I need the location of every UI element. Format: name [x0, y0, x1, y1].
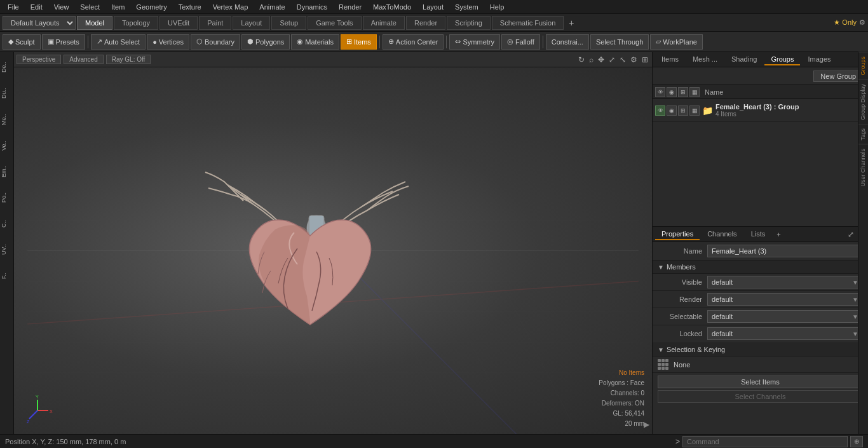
layout-tab-game-tools[interactable]: Game Tools [308, 16, 362, 30]
selectable-dropdown[interactable]: default ▼ [707, 310, 863, 323]
layout-add-tab[interactable]: + [565, 17, 578, 29]
layout-gear[interactable]: ⚙ [859, 18, 865, 27]
layout-tab-schematic[interactable]: Schematic Fusion [492, 16, 564, 30]
groups-lock-btn[interactable]: ⊞ [678, 87, 688, 97]
layout-dropdown[interactable]: Default Layouts [3, 16, 76, 30]
menu-file[interactable]: File [3, 2, 24, 12]
boundary-btn[interactable]: ⬡ Boundary [191, 34, 240, 50]
group-sel-icon[interactable]: ⊞ [678, 105, 688, 116]
group-row[interactable]: 👁 ◉ ⊞ ▦ 📁 Female_Heart (3) : Group 4 Ite… [653, 99, 868, 122]
prop-tab-add[interactable]: + [773, 229, 784, 240]
prop-tab-properties[interactable]: Properties [655, 229, 700, 240]
layout-tab-topology[interactable]: Topology [114, 16, 158, 30]
menu-maxtomodo[interactable]: MaxToModo [368, 2, 416, 12]
layout-tab-uvedit[interactable]: UVEdit [159, 16, 198, 30]
groups-eye-btn[interactable]: 👁 [655, 87, 665, 97]
groups-extra-btn[interactable]: ▦ [689, 87, 700, 97]
menu-geometry[interactable]: Geometry [131, 2, 172, 12]
select-through-btn[interactable]: Select Through [590, 34, 649, 50]
vertices-btn[interactable]: ● Vertices [147, 34, 189, 50]
layout-tab-layout[interactable]: Layout [233, 16, 270, 30]
layout-tab-animate[interactable]: Animate [363, 16, 405, 30]
menu-layout[interactable]: Layout [417, 2, 449, 12]
viewport-fit-icon[interactable]: ⤢ [607, 55, 616, 64]
sidebar-btn-du[interactable]: Du.. [1, 81, 13, 106]
sidebar-btn-f[interactable]: F.. [1, 263, 13, 288]
command-search-button[interactable]: ⊕ [850, 436, 863, 447]
select-channels-button[interactable]: Select Channels [658, 390, 863, 403]
layout-tab-render[interactable]: Render [406, 16, 445, 30]
layout-tab-setup[interactable]: Setup [271, 16, 306, 30]
sidebar-btn-me[interactable]: Me.. [1, 107, 13, 132]
symmetry-btn[interactable]: ⇔ Symmetry [449, 34, 500, 50]
panel-tab-groups[interactable]: Groups [764, 54, 800, 65]
viewport-pan-icon[interactable]: ✥ [597, 55, 606, 64]
edge-tab-user-channels[interactable]: User Channels [858, 144, 868, 191]
auto-select-btn[interactable]: ↗ Auto Select [91, 34, 146, 50]
sidebar-btn-uv[interactable]: UV.. [1, 237, 13, 262]
workplane-btn[interactable]: ▱ WorkPlane [650, 34, 703, 50]
viewport-maximize-icon[interactable]: ⊞ [641, 55, 649, 64]
menu-help[interactable]: Help [485, 2, 510, 12]
prop-tab-lists[interactable]: Lists [745, 229, 772, 240]
groups-render-btn[interactable]: ◉ [667, 87, 677, 97]
sidebar-btn-de[interactable]: De.. [1, 55, 13, 80]
viewport-settings-icon[interactable]: ⚙ [629, 55, 639, 64]
menu-dynamics[interactable]: Dynamics [292, 2, 332, 12]
viewport-perspective-btn[interactable]: Perspective [17, 55, 61, 64]
locked-dropdown[interactable]: default ▼ [707, 327, 863, 340]
menu-render[interactable]: Render [334, 2, 367, 12]
command-input[interactable] [682, 436, 848, 447]
sidebar-btn-c[interactable]: C.. [1, 211, 13, 236]
items-btn[interactable]: ⊞ Items [341, 34, 377, 50]
materials-btn[interactable]: ◉ Materials [291, 34, 339, 50]
menu-vertex-map[interactable]: Vertex Map [208, 2, 254, 12]
panel-tab-shading[interactable]: Shading [725, 54, 763, 65]
sidebar-btn-po[interactable]: Po.. [1, 185, 13, 210]
menu-select[interactable]: Select [75, 2, 105, 12]
viewport-3d[interactable]: No Items Polygons : Face Channels: 0 Def… [14, 67, 652, 434]
sidebar-btn-ve[interactable]: Ve.. [1, 133, 13, 158]
viewport-raygl-btn[interactable]: Ray GL: Off [106, 55, 151, 64]
sidebar-btn-em[interactable]: Em.. [1, 159, 13, 184]
render-label: Render [658, 295, 702, 303]
viewport-rotate-icon[interactable]: ↻ [577, 55, 586, 64]
layout-tab-scripting[interactable]: Scripting [447, 16, 491, 30]
panel-tab-mesh[interactable]: Mesh ... [686, 54, 724, 65]
layout-tab-paint[interactable]: Paint [199, 16, 231, 30]
prop-expand-icon[interactable]: ⤢ [846, 230, 855, 239]
prop-name-input[interactable] [707, 245, 863, 257]
constraints-btn[interactable]: Constrai... [546, 34, 589, 50]
edge-tab-group-display[interactable]: Group Display [858, 79, 868, 124]
falloff-btn[interactable]: ◎ Falloff [501, 34, 540, 50]
prop-tab-channels[interactable]: Channels [701, 229, 743, 240]
new-group-button[interactable]: New Group [813, 71, 863, 82]
viewport-expand-icon[interactable]: ⤡ [618, 55, 627, 64]
select-items-button[interactable]: Select Items [658, 376, 863, 388]
members-section-header[interactable]: ▼ Members [653, 261, 868, 274]
viewport-zoom-icon[interactable]: ⌕ [588, 55, 595, 64]
group-lock-icon[interactable]: ▦ [689, 105, 700, 116]
group-eye-icon[interactable]: 👁 [655, 105, 665, 116]
panel-tab-images[interactable]: Images [801, 54, 837, 65]
group-render-icon[interactable]: ◉ [667, 105, 677, 116]
render-dropdown[interactable]: default ▼ [707, 293, 863, 306]
viewport-shading-btn[interactable]: Advanced [64, 55, 103, 64]
visible-dropdown[interactable]: default ▼ [707, 276, 863, 288]
polygons-btn[interactable]: ⬢ Polygons [241, 34, 290, 50]
panel-tab-items[interactable]: Items [655, 54, 685, 65]
menu-animate[interactable]: Animate [254, 2, 290, 12]
action-center-btn[interactable]: ⊕ Action Center [383, 34, 444, 50]
presets-btn[interactable]: ▣ Presets [42, 34, 85, 50]
menu-view[interactable]: View [49, 2, 74, 12]
layout-tab-model[interactable]: Model [77, 16, 112, 30]
edge-tab-groups[interactable]: Groups [858, 52, 868, 79]
edge-tab-tags[interactable]: Tags [858, 124, 868, 144]
menu-system[interactable]: System [450, 2, 484, 12]
menu-edit[interactable]: Edit [25, 2, 48, 12]
sculpt-btn[interactable]: ◆ Sculpt [3, 34, 41, 50]
menu-item[interactable]: Item [106, 2, 130, 12]
menu-texture[interactable]: Texture [173, 2, 207, 12]
sel-keying-section-header[interactable]: ▼ Selection & Keying [653, 343, 868, 356]
viewport-expand-arrow[interactable]: ▶ [644, 420, 649, 429]
